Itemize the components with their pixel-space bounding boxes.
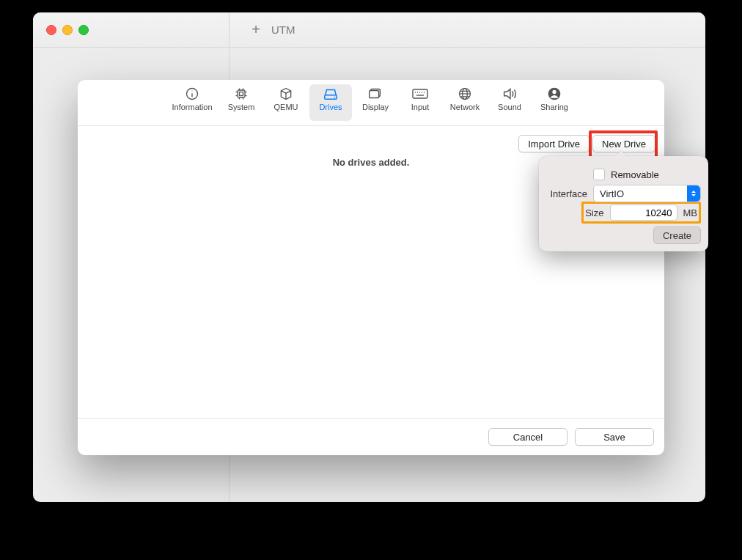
tab-information[interactable]: Information: [166, 84, 218, 121]
cancel-button[interactable]: Cancel: [488, 428, 567, 446]
tab-drives[interactable]: Drives: [309, 84, 352, 121]
zoom-window-button[interactable]: [78, 25, 89, 35]
display-icon: [367, 86, 384, 102]
size-unit: MB: [683, 207, 698, 218]
chip-icon: [232, 86, 250, 102]
cube-icon: [277, 86, 295, 102]
person-icon: [546, 86, 563, 102]
tab-label: Sound: [498, 103, 521, 111]
keyboard-icon: [411, 86, 429, 102]
annotation-highlight-size: Size MB: [581, 202, 701, 224]
interface-select[interactable]: VirtIO: [593, 185, 701, 202]
drive-icon: [322, 86, 339, 102]
tab-label: Information: [172, 103, 212, 111]
close-window-button[interactable]: [46, 25, 56, 35]
tab-label: Network: [450, 103, 480, 111]
tab-sound[interactable]: Sound: [488, 84, 531, 121]
svg-point-29: [552, 90, 556, 94]
popover-arrow: [614, 150, 628, 157]
size-input[interactable]: [610, 205, 677, 221]
plus-icon: +: [251, 21, 260, 38]
svg-rect-18: [413, 89, 427, 98]
import-drive-button[interactable]: Import Drive: [518, 135, 589, 152]
tab-label: Display: [362, 103, 389, 111]
window-controls: [46, 25, 89, 35]
tab-label: Input: [411, 103, 429, 111]
removable-checkbox[interactable]: [593, 169, 605, 180]
info-icon: [183, 86, 201, 102]
removable-label: Removable: [611, 169, 659, 180]
titlebar: [33, 12, 705, 48]
sheet-footer: Cancel Save: [78, 418, 664, 455]
svg-rect-3: [238, 90, 245, 97]
tab-label: System: [228, 103, 255, 111]
svg-rect-4: [240, 92, 243, 96]
svg-point-2: [192, 91, 193, 92]
tab-sharing[interactable]: Sharing: [533, 84, 576, 121]
svg-rect-17: [370, 90, 379, 97]
tab-display[interactable]: Display: [354, 84, 397, 121]
tab-network[interactable]: Network: [444, 84, 486, 121]
settings-toolbar: Information System QEMU Drives Display: [78, 80, 664, 125]
tab-label: QEMU: [274, 103, 298, 111]
tab-label: Sharing: [540, 103, 568, 111]
add-vm-button[interactable]: +: [241, 12, 271, 47]
globe-icon: [456, 86, 474, 102]
size-label: Size: [585, 207, 603, 218]
create-drive-button[interactable]: Create: [653, 226, 701, 244]
chevron-up-down-icon: [687, 185, 700, 202]
tab-qemu[interactable]: QEMU: [265, 84, 307, 121]
speaker-icon: [501, 86, 518, 102]
tab-label: Drives: [319, 103, 342, 111]
minimize-window-button[interactable]: [62, 25, 73, 35]
save-button[interactable]: Save: [575, 428, 654, 446]
tab-system[interactable]: System: [220, 84, 262, 121]
app-title: UTM: [271, 12, 295, 47]
tab-input[interactable]: Input: [399, 84, 441, 121]
svg-point-15: [334, 97, 335, 97]
interface-value: VirtIO: [600, 188, 624, 199]
settings-sheet: Information System QEMU Drives Display: [78, 80, 664, 455]
new-drive-popover: Removable Interface VirtIO Size MB Creat…: [539, 156, 708, 251]
interface-label: Interface: [546, 188, 587, 199]
